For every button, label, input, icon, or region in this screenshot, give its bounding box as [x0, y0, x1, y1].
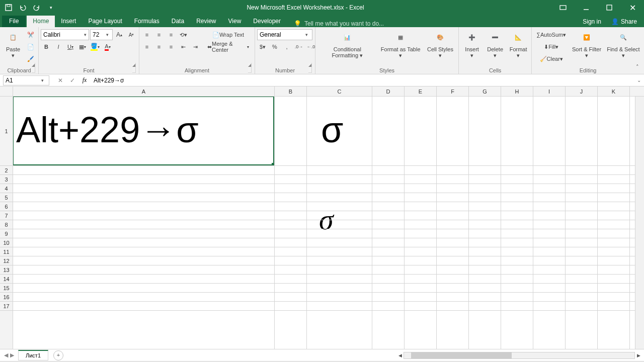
row-header-5[interactable]: 5 [0, 193, 13, 202]
row-header-10[interactable]: 10 [0, 238, 13, 247]
row-header-15[interactable]: 15 [0, 284, 13, 293]
confirm-edit-button[interactable]: ✓ [66, 77, 78, 84]
col-header-B[interactable]: B [275, 86, 307, 96]
formula-input[interactable]: Alt+229→σ [91, 77, 634, 84]
autosum-button[interactable]: ∑ AutoSum ▾ [534, 29, 569, 40]
cell-A1[interactable]: Alt+229→σ [16, 112, 199, 148]
italic-button[interactable]: I [53, 41, 64, 52]
conditional-formatting-button[interactable]: 📊Conditional Formatting ▾ [317, 28, 377, 59]
tab-insert[interactable]: Insert [55, 16, 82, 27]
sort-filter-button[interactable]: 🔽Sort & Filter ▾ [570, 28, 604, 59]
row-header-9[interactable]: 9 [0, 229, 13, 238]
increase-decimal-button[interactable]: .0→ [293, 41, 304, 52]
align-middle-button[interactable]: ≡ [153, 29, 165, 40]
delete-cells-button[interactable]: ➖Delete▾ [484, 28, 506, 59]
col-header-K[interactable]: K [598, 86, 630, 96]
clear-button[interactable]: 🧹 Clear ▾ [534, 53, 569, 64]
cut-button[interactable]: ✂️ [25, 29, 36, 40]
paste-button[interactable]: 📋 Paste▾ [2, 28, 24, 59]
font-color-button[interactable]: A▾ [102, 41, 113, 52]
decrease-font-button[interactable]: A▾ [126, 29, 137, 40]
row-header-1[interactable]: 1 [0, 97, 13, 166]
cell-styles-button[interactable]: 🎨Cell Styles ▾ [424, 28, 456, 59]
col-header-C[interactable]: C [307, 86, 372, 96]
row-header-3[interactable]: 3 [0, 175, 13, 184]
dialog-launcher-icon[interactable]: ◢ [32, 63, 35, 73]
col-header-H[interactable]: H [501, 86, 533, 96]
select-all-corner[interactable] [0, 86, 13, 97]
expand-formula-bar-icon[interactable]: ⌄ [634, 77, 644, 83]
ribbon-display-icon[interactable] [551, 0, 575, 15]
next-sheet-icon[interactable]: ▶ [10, 352, 14, 358]
close-icon[interactable]: ✕ [621, 0, 644, 15]
share-button[interactable]: 👤Share [606, 16, 642, 27]
prev-sheet-icon[interactable]: ◀ [4, 352, 8, 358]
tab-review[interactable]: Review [190, 16, 222, 27]
scroll-thumb[interactable] [411, 352, 512, 358]
borders-button[interactable]: ▦▾ [77, 41, 88, 52]
dialog-launcher-icon[interactable]: ◢ [308, 63, 312, 73]
dialog-launcher-icon[interactable]: ◢ [248, 63, 252, 73]
horizontal-scrollbar[interactable] [404, 352, 635, 359]
chevron-down-icon[interactable]: ▾ [104, 32, 111, 37]
align-left-button[interactable]: ≡ [141, 41, 152, 52]
maximize-icon[interactable] [598, 0, 621, 15]
accounting-format-button[interactable]: $▾ [257, 41, 268, 52]
row-headers[interactable]: 1234567891011121314151617 [0, 97, 13, 349]
tab-data[interactable]: Data [166, 16, 190, 27]
number-format-selector[interactable]: ▾ [257, 29, 312, 40]
minimize-icon[interactable] [575, 0, 598, 15]
font-name-input[interactable] [41, 31, 82, 38]
row-header-11[interactable]: 11 [0, 247, 13, 256]
row-header-16[interactable]: 16 [0, 293, 13, 302]
tab-page-layout[interactable]: Page Layout [82, 16, 128, 27]
font-size-selector[interactable]: ▾ [90, 29, 113, 40]
row-header-17[interactable]: 17 [0, 302, 13, 311]
fill-button[interactable]: ⬇ Fill ▾ [534, 41, 569, 52]
sign-in-link[interactable]: Sign in [578, 16, 606, 27]
add-sheet-button[interactable]: + [53, 350, 63, 360]
tab-file[interactable]: File [2, 16, 26, 27]
save-icon[interactable] [2, 1, 15, 14]
align-center-button[interactable]: ≡ [153, 41, 165, 52]
dialog-launcher-icon[interactable]: ◢ [132, 63, 136, 73]
row-header-4[interactable]: 4 [0, 184, 13, 193]
row-header-6[interactable]: 6 [0, 202, 13, 211]
sheet-tab-active[interactable]: Лист1 [18, 350, 48, 360]
font-name-selector[interactable]: ▾ [41, 29, 89, 40]
row-header-2[interactable]: 2 [0, 166, 13, 175]
find-select-button[interactable]: 🔍Find & Select ▾ [605, 28, 642, 59]
tell-me-search[interactable]: 💡 Tell me what you want to do... [294, 20, 384, 27]
number-format-input[interactable] [258, 31, 303, 38]
chevron-down-icon[interactable]: ▾ [39, 78, 46, 83]
tab-home[interactable]: Home [27, 16, 55, 27]
col-header-G[interactable]: G [469, 86, 501, 96]
format-cells-button[interactable]: 📐Format▾ [507, 28, 529, 59]
row-header-7[interactable]: 7 [0, 211, 13, 220]
col-header-A[interactable]: A [13, 86, 275, 96]
name-box-input[interactable] [4, 77, 39, 84]
bold-button[interactable]: B [41, 41, 52, 52]
percent-format-button[interactable]: % [269, 41, 280, 52]
insert-function-button[interactable]: fx [78, 76, 91, 84]
qat-customize-icon[interactable]: ▾ [44, 1, 57, 14]
row-header-12[interactable]: 12 [0, 256, 13, 265]
tab-developer[interactable]: Developer [247, 16, 287, 27]
vertical-scrollbar[interactable] [635, 97, 644, 349]
decrease-indent-button[interactable]: ⇤ [178, 41, 189, 52]
scroll-right-icon[interactable]: ▶ [635, 353, 642, 358]
row-header-14[interactable]: 14 [0, 275, 13, 284]
align-bottom-button[interactable]: ≡ [166, 29, 177, 40]
scroll-left-icon[interactable]: ◀ [396, 353, 404, 358]
align-top-button[interactable]: ≡ [141, 29, 152, 40]
col-header-F[interactable]: F [437, 86, 469, 96]
tab-view[interactable]: View [222, 16, 248, 27]
cell-C1[interactable]: σ [321, 112, 343, 148]
col-header-E[interactable]: E [405, 86, 437, 96]
insert-cells-button[interactable]: ➕Insert▾ [461, 28, 483, 59]
chevron-down-icon[interactable]: ▾ [82, 32, 89, 37]
col-header-I[interactable]: I [533, 86, 566, 96]
orientation-button[interactable]: ⟲▾ [178, 29, 189, 40]
tab-formulas[interactable]: Formulas [128, 16, 166, 27]
redo-icon[interactable] [30, 1, 43, 14]
